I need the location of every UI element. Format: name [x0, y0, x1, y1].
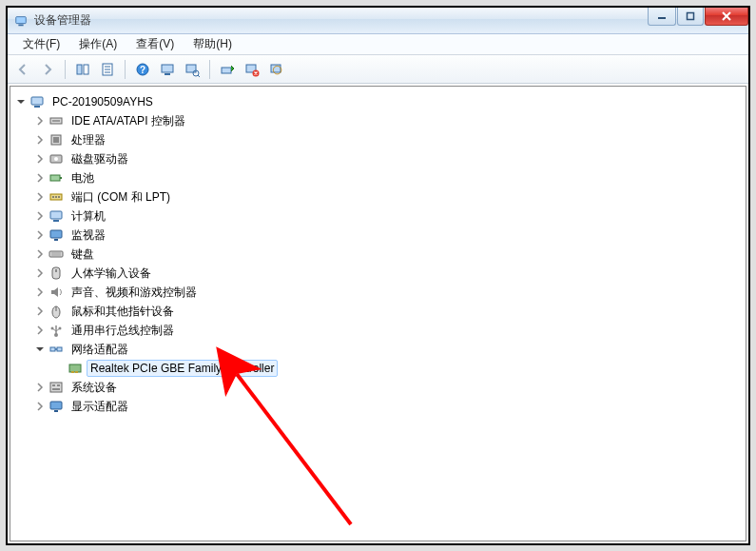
svg-rect-21	[31, 97, 43, 105]
keyboard-icon	[48, 246, 64, 262]
tree-item[interactable]: 声音、视频和游戏控制器	[33, 283, 742, 302]
minimize-button[interactable]	[648, 8, 676, 26]
tree-item[interactable]: IDE ATA/ATAPI 控制器	[33, 111, 742, 130]
tree-item-label: IDE ATA/ATAPI 控制器	[68, 111, 189, 131]
close-button[interactable]	[705, 8, 748, 26]
expand-icon[interactable]	[33, 190, 47, 204]
tree-item[interactable]: 网络适配器	[33, 340, 742, 359]
tree-item[interactable]: 电池	[33, 168, 742, 187]
tree-item-label: 声音、视频和游戏控制器	[68, 283, 201, 303]
computer-icon	[48, 208, 64, 224]
expand-icon[interactable]	[33, 400, 47, 413]
toolbar-update-driver-button[interactable]	[216, 58, 239, 81]
svg-rect-29	[50, 175, 60, 181]
svg-point-33	[55, 196, 57, 198]
maximize-button[interactable]	[677, 8, 704, 26]
tree-item[interactable]: 监视器	[33, 226, 742, 245]
tree-item-label: 电池	[68, 168, 98, 188]
svg-rect-3	[688, 13, 694, 20]
window-title: 设备管理器	[34, 12, 91, 29]
tree-item[interactable]: 磁盘驱动器	[33, 149, 742, 168]
system-icon	[48, 380, 64, 395]
expand-icon[interactable]	[33, 285, 47, 299]
toolbar-help-button[interactable]: ?	[131, 58, 154, 81]
toolbar-uninstall-button[interactable]	[241, 58, 263, 81]
expand-icon[interactable]	[33, 114, 47, 128]
tree-item[interactable]: 显示适配器	[33, 397, 742, 416]
tree-item[interactable]: Realtek PCIe GBE Family Controller	[52, 359, 742, 378]
menu-action[interactable]: 操作(A)	[69, 34, 126, 54]
svg-rect-59	[52, 384, 55, 386]
expand-icon[interactable]	[33, 228, 47, 242]
svg-rect-53	[57, 347, 62, 351]
network-icon	[48, 342, 64, 357]
tree-item[interactable]: 端口 (COM 和 LPT)	[33, 187, 742, 207]
tree-item[interactable]: 处理器	[33, 130, 742, 149]
expand-icon[interactable]	[33, 247, 47, 261]
svg-rect-35	[50, 211, 62, 219]
collapse-icon[interactable]	[14, 95, 28, 108]
expand-icon[interactable]	[33, 266, 47, 280]
svg-rect-63	[54, 410, 58, 412]
svg-rect-58	[50, 383, 62, 392]
svg-point-28	[54, 157, 58, 161]
svg-line-16	[198, 75, 200, 77]
svg-rect-36	[53, 220, 59, 222]
tree-item[interactable]: 通用串行总线控制器	[33, 321, 742, 340]
expand-icon[interactable]	[33, 171, 47, 185]
svg-rect-38	[54, 239, 58, 241]
cpu-icon	[48, 132, 64, 148]
svg-rect-37	[50, 230, 62, 238]
toolbar-separator	[209, 60, 210, 79]
toolbar-separator	[65, 60, 66, 79]
expand-icon[interactable]	[33, 324, 47, 337]
expand-icon[interactable]	[33, 305, 47, 318]
expand-icon[interactable]	[33, 381, 47, 394]
tree-item-label: 端口 (COM 和 LPT)	[68, 187, 174, 207]
toolbar-properties-button[interactable]	[96, 58, 119, 81]
expand-icon[interactable]	[33, 152, 47, 166]
device-tree-panel[interactable]: PC-20190509AYHS IDE ATA/ATAPI 控制器处理器磁盘驱动…	[10, 86, 746, 541]
toolbar-disable-button[interactable]	[265, 58, 288, 81]
toolbar-forward-button[interactable]	[36, 58, 59, 81]
toolbar-back-button[interactable]	[11, 58, 34, 81]
svg-rect-30	[60, 177, 62, 179]
toolbar-show-tree-button[interactable]	[71, 58, 94, 81]
mouse-icon	[48, 304, 64, 319]
menu-view[interactable]: 查看(V)	[126, 34, 184, 54]
svg-rect-60	[57, 384, 60, 386]
tree-item-label: 计算机	[68, 207, 109, 226]
svg-rect-39	[49, 251, 63, 257]
tree-item[interactable]: 计算机	[33, 207, 742, 226]
tree-item-label: 通用串行总线控制器	[68, 321, 178, 341]
tree-item-label: 系统设备	[68, 378, 121, 398]
tree-item[interactable]: 鼠标和其他指针设备	[33, 302, 742, 321]
tree-item-label: 人体学输入设备	[68, 264, 155, 284]
tree-item[interactable]: 键盘	[33, 245, 742, 264]
battery-icon	[48, 170, 64, 186]
nic-icon	[68, 361, 83, 376]
toolbar: ?	[8, 55, 748, 84]
tree-root[interactable]: PC-20190509AYHS	[14, 92, 742, 111]
tree-root-label: PC-20190509AYHS	[48, 93, 157, 110]
expand-icon[interactable]	[33, 133, 47, 147]
svg-point-32	[52, 196, 54, 198]
usb-icon	[48, 323, 64, 338]
titlebar: 设备管理器	[8, 8, 748, 34]
toolbar-scan-button[interactable]	[181, 58, 204, 81]
tree-item[interactable]: 人体学输入设备	[33, 264, 742, 283]
tree-item-label: 键盘	[68, 245, 98, 265]
ide-icon	[48, 113, 64, 128]
tree-item-label: 监视器	[68, 226, 109, 246]
toolbar-refresh-button[interactable]	[156, 58, 179, 81]
menu-help[interactable]: 帮助(H)	[184, 34, 242, 54]
collapse-icon[interactable]	[33, 343, 47, 356]
expand-icon[interactable]	[33, 209, 47, 223]
tree-item-label: 显示适配器	[68, 397, 132, 417]
svg-point-34	[58, 196, 60, 198]
app-icon	[13, 13, 29, 29]
svg-rect-17	[222, 68, 231, 73]
tree-item[interactable]: 系统设备	[33, 378, 742, 397]
menu-file[interactable]: 文件(F)	[13, 34, 69, 54]
svg-rect-12	[162, 65, 173, 72]
